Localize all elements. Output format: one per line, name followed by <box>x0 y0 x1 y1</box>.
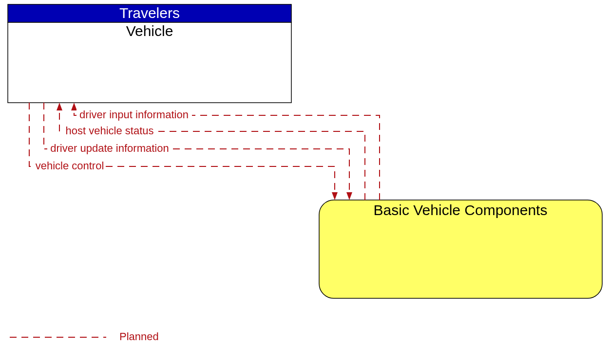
arrowhead-icon <box>57 103 62 110</box>
arrowhead-icon <box>71 103 77 110</box>
legend: Planned <box>10 330 159 343</box>
flow-label: vehicle control <box>36 160 104 172</box>
vehicle-title: Vehicle <box>126 23 173 39</box>
architecture-diagram: Travelers Vehicle Basic Vehicle Componen… <box>0 0 610 364</box>
travelers-header-text: Travelers <box>119 5 180 21</box>
flow-label: driver input information <box>79 109 189 121</box>
arrowhead-icon <box>332 192 338 200</box>
flow-label: driver update information <box>50 142 169 154</box>
flow-label: host vehicle status <box>66 125 154 137</box>
node-travelers-vehicle: Travelers Vehicle <box>8 4 291 103</box>
arrowhead-icon <box>346 192 352 200</box>
node-basic-vehicle-components: Basic Vehicle Components <box>319 200 602 298</box>
component-title: Basic Vehicle Components <box>374 202 548 218</box>
legend-planned-label: Planned <box>119 330 159 343</box>
